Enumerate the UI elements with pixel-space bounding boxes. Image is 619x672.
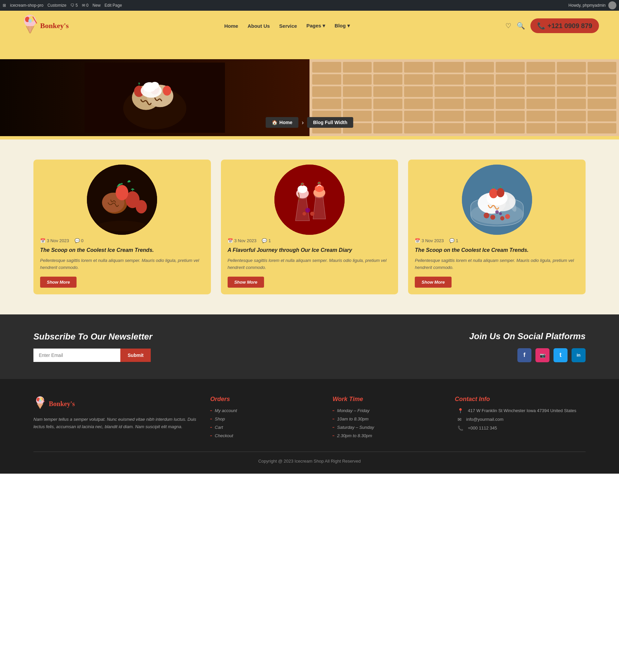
svg-point-50 — [495, 210, 499, 214]
email-icon: ✉ — [458, 417, 462, 422]
twitter-icon[interactable]: t — [553, 348, 567, 362]
social-right: Join Us On Social Platforms f 📷 t in — [316, 331, 586, 362]
site-name[interactable]: icecream-shop-pro — [10, 3, 44, 8]
footer-worktime-item-1: Monday – Friday — [333, 408, 441, 413]
linkedin-icon[interactable]: in — [571, 348, 586, 362]
svg-point-3 — [28, 19, 32, 23]
breadcrumb-home[interactable]: 🏠 Home — [266, 117, 298, 128]
logo-text: Bonkey's — [40, 21, 69, 30]
blog-card-3: 📅3 Nov 2023 💬1 The Scoop on the Coolest … — [408, 160, 586, 294]
phone-icon: 📞 — [458, 425, 463, 431]
yellow-stripe — [0, 136, 619, 139]
footer-worktime-item-2: 10am to 8.30pm — [333, 417, 441, 421]
svg-point-38 — [302, 212, 306, 216]
date-2: 📅3 Nov 2023 — [228, 238, 257, 243]
newsletter-section: Subscribe To Our Newsletter Submit Join … — [0, 314, 619, 379]
search-icon[interactable]: 🔍 — [517, 22, 525, 30]
footer-grid: Bonkey's Nam temper tellus a semper volu… — [33, 396, 586, 441]
footer-order-item-1: My account — [210, 408, 319, 413]
blog-excerpt-2: Pellentesque sagittis lorem et nulla ali… — [228, 257, 392, 271]
svg-point-46 — [484, 213, 489, 219]
wishlist-icon[interactable]: ♡ — [505, 22, 511, 30]
footer-order-item-2: Shop — [210, 417, 319, 421]
footer-orders-col: Orders My account Shop Cart Checkout — [210, 396, 319, 441]
blog-card-3-image — [462, 165, 532, 235]
logo[interactable]: Bonkey's — [20, 14, 69, 38]
avatar — [608, 1, 616, 9]
date-3: 📅3 Nov 2023 — [415, 238, 444, 243]
footer-logo-text: Bonkey's — [49, 400, 75, 408]
svg-point-26 — [97, 221, 147, 232]
footer-worktime-item-4: 2.30pm to 8.30pm — [333, 433, 441, 438]
edit-page-link[interactable]: Edit Page — [105, 3, 122, 8]
howdy-text: Howdy, phpmyadmin — [568, 3, 606, 8]
footer: Bonkey's Nam temper tellus a semper volu… — [0, 379, 619, 474]
nav-service[interactable]: Service — [279, 23, 297, 29]
newsletter-title: Subscribe To Our Newsletter — [33, 331, 303, 342]
blog-meta-3: 📅3 Nov 2023 💬1 — [415, 238, 579, 243]
footer-contact-list: 📍 417 W Franklin St Winchester Iowa 4739… — [455, 408, 586, 431]
show-more-btn-2[interactable]: Show More — [228, 277, 264, 288]
facebook-icon[interactable]: f — [518, 348, 532, 362]
copyright-text: Copyright @ 2023 Icecream Shop All Right… — [258, 459, 361, 464]
comments-2: 💬1 — [262, 238, 271, 243]
nav-pages[interactable]: Pages ▾ — [306, 23, 325, 29]
svg-point-37 — [310, 212, 315, 216]
nav-home[interactable]: Home — [224, 23, 238, 29]
footer-about-text: Nam temper tellus a semper volutpat. Nun… — [33, 416, 197, 430]
location-icon: 📍 — [458, 408, 463, 414]
newsletter-email-input[interactable] — [33, 349, 120, 362]
svg-point-34 — [315, 185, 324, 192]
breadcrumb-current: Blog Full Width — [307, 117, 354, 128]
svg-point-47 — [490, 215, 495, 220]
newsletter-submit-btn[interactable]: Submit — [120, 349, 151, 362]
customize-link[interactable]: Customize — [48, 3, 67, 8]
svg-point-45 — [497, 188, 504, 197]
breadcrumb: 🏠 Home › Blog Full Width — [266, 117, 353, 128]
footer-bottom: Copyright @ 2023 Icecream Shop All Right… — [33, 451, 586, 464]
main-nav: Home About Us Service Pages ▾ Blog ▾ — [224, 23, 350, 29]
svg-point-51 — [499, 212, 502, 215]
svg-point-25 — [136, 200, 147, 213]
newsletter-left: Subscribe To Our Newsletter Submit — [33, 331, 303, 362]
blog-card-2: 📅3 Nov 2023 💬1 A Flavorful Journey throu… — [221, 160, 398, 294]
show-more-btn-1[interactable]: Show More — [40, 277, 77, 288]
admin-bar-left: ⊞ icecream-shop-pro Customize 🗨 5 ✉ 0 Ne… — [3, 3, 122, 8]
blog-card-2-content: 📅3 Nov 2023 💬1 A Flavorful Journey throu… — [221, 238, 398, 288]
footer-contact-title: Contact Info — [455, 396, 586, 403]
blog-title-2: A Flavorful Journey through Our Ice Crea… — [228, 247, 392, 254]
nav-about[interactable]: About Us — [248, 23, 270, 29]
nav-icons: ♡ 🔍 📞 +121 0909 879 — [505, 18, 599, 33]
nav-blog[interactable]: Blog ▾ — [335, 23, 350, 29]
new-link[interactable]: New — [92, 3, 100, 8]
blog-title-1: The Scoop on the Coolest Ice Cream Trend… — [40, 247, 204, 254]
footer-worktime-title: Work Time — [333, 396, 441, 403]
blog-card-3-content: 📅3 Nov 2023 💬1 The Scoop on the Coolest … — [408, 238, 586, 288]
footer-worktime-list: Monday – Friday 10am to 8.30pm Saturday … — [333, 408, 441, 438]
blog-meta-1: 📅3 Nov 2023 💬0 — [40, 238, 204, 243]
phone-button[interactable]: 📞 +121 0909 879 — [531, 18, 599, 33]
svg-point-56 — [39, 400, 41, 402]
comments-3: 💬1 — [449, 238, 458, 243]
svg-marker-57 — [37, 404, 43, 409]
blog-grid: 📅3 Nov 2023 💬0 The Scoop on the Coolest … — [33, 160, 586, 294]
drip-top-section — [0, 41, 619, 59]
blog-meta-2: 📅3 Nov 2023 💬1 — [228, 238, 392, 243]
blog-card-1-image — [87, 165, 157, 235]
banner-right — [310, 59, 619, 136]
hero-banner: 🏠 Home › Blog Full Width — [0, 59, 619, 136]
show-more-btn-3[interactable]: Show More — [415, 277, 451, 288]
svg-point-48 — [505, 214, 510, 219]
footer-phone: 📞 +000 1112 345 — [455, 425, 586, 431]
newsletter-form: Submit — [33, 349, 303, 362]
blog-excerpt-1: Pellentesque sagittis lorem et nulla ali… — [40, 257, 204, 271]
svg-point-36 — [305, 208, 310, 213]
admin-bar-right: Howdy, phpmyadmin — [568, 1, 616, 9]
svg-marker-4 — [26, 26, 34, 34]
footer-worktime-col: Work Time Monday – Friday 10am to 8.30pm… — [333, 396, 441, 441]
footer-orders-title: Orders — [210, 396, 319, 403]
social-icons: f 📷 t in — [316, 348, 586, 362]
home-icon: 🏠 — [272, 120, 277, 125]
instagram-icon[interactable]: 📷 — [536, 348, 549, 362]
svg-point-19 — [150, 82, 159, 89]
